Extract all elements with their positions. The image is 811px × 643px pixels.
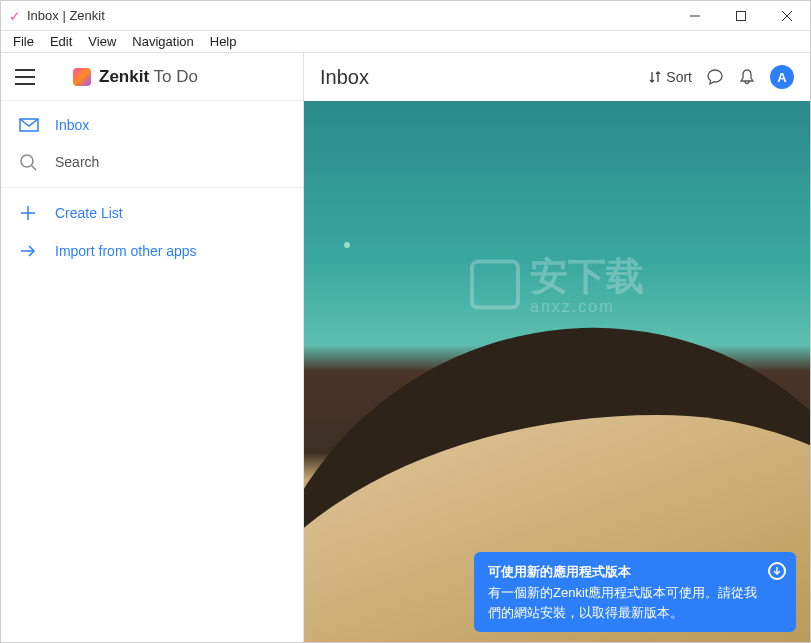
sidebar-item-import[interactable]: Import from other apps: [1, 232, 303, 270]
sidebar-import-label: Import from other apps: [55, 243, 197, 259]
menu-navigation[interactable]: Navigation: [124, 34, 201, 49]
sidebar-inbox-label: Inbox: [55, 117, 89, 133]
download-icon[interactable]: [768, 562, 786, 580]
hero-background: 安下载 anxz.com 可使用新的應用程式版本 有一個新的Zenkit應用程式…: [304, 101, 810, 642]
menu-edit[interactable]: Edit: [42, 34, 80, 49]
sidebar-item-search[interactable]: Search: [1, 143, 303, 181]
main-area: Zenkit To Do Inbox Search: [1, 53, 810, 642]
menu-file[interactable]: File: [5, 34, 42, 49]
app-check-icon: ✓: [9, 8, 21, 24]
page-title: Inbox: [320, 66, 369, 89]
watermark-main: 安下载: [530, 254, 644, 296]
content: Inbox Sort A: [304, 53, 810, 642]
comment-icon[interactable]: [706, 68, 724, 86]
moon-decoration: [344, 242, 350, 248]
avatar-initial: A: [777, 70, 786, 85]
svg-rect-1: [737, 11, 746, 20]
content-toolbar: Sort A: [648, 65, 794, 89]
watermark-shield-icon: [470, 260, 520, 310]
zenkit-logo-icon: [73, 68, 91, 86]
svg-point-5: [21, 155, 33, 167]
brand: Zenkit To Do: [73, 67, 198, 87]
menu-view[interactable]: View: [80, 34, 124, 49]
menubar: File Edit View Navigation Help: [1, 31, 810, 53]
update-notification[interactable]: 可使用新的應用程式版本 有一個新的Zenkit應用程式版本可使用。請從我們的網站…: [474, 552, 796, 633]
bell-icon[interactable]: [738, 68, 756, 86]
brand-name-bold: Zenkit: [99, 67, 149, 86]
sidebar-item-inbox[interactable]: Inbox: [1, 107, 303, 143]
sort-label: Sort: [666, 69, 692, 85]
close-button[interactable]: [764, 1, 810, 31]
notification-title: 可使用新的應用程式版本: [488, 562, 760, 582]
avatar[interactable]: A: [770, 65, 794, 89]
menu-help[interactable]: Help: [202, 34, 245, 49]
sort-arrows-icon: [648, 70, 662, 84]
hamburger-menu-icon[interactable]: [15, 69, 35, 85]
sidebar-item-create-list[interactable]: Create List: [1, 194, 303, 232]
content-header: Inbox Sort A: [304, 53, 810, 101]
sidebar-header: Zenkit To Do: [1, 53, 303, 101]
inbox-icon: [19, 118, 41, 132]
minimize-button[interactable]: [672, 1, 718, 31]
search-icon: [19, 153, 41, 171]
window-controls: [672, 1, 810, 31]
plus-icon: [19, 204, 41, 222]
watermark-sub: anxz.com: [530, 297, 644, 315]
sort-button[interactable]: Sort: [648, 69, 692, 85]
window-titlebar: ✓ Inbox | Zenkit: [1, 1, 810, 31]
maximize-button[interactable]: [718, 1, 764, 31]
sidebar-actions: Create List Import from other apps: [1, 188, 303, 276]
brand-name-light: To Do: [149, 67, 198, 86]
watermark: 安下载 anxz.com: [470, 254, 644, 315]
window-title: Inbox | Zenkit: [27, 8, 672, 23]
arrow-right-icon: [19, 242, 41, 260]
sidebar: Zenkit To Do Inbox Search: [1, 53, 304, 642]
brand-text: Zenkit To Do: [99, 67, 198, 87]
notification-body: 有一個新的Zenkit應用程式版本可使用。請從我們的網站安裝，以取得最新版本。: [488, 583, 760, 622]
sidebar-search-label: Search: [55, 154, 99, 170]
svg-line-6: [32, 166, 37, 171]
sidebar-create-list-label: Create List: [55, 205, 123, 221]
sidebar-primary-list: Inbox Search: [1, 101, 303, 188]
